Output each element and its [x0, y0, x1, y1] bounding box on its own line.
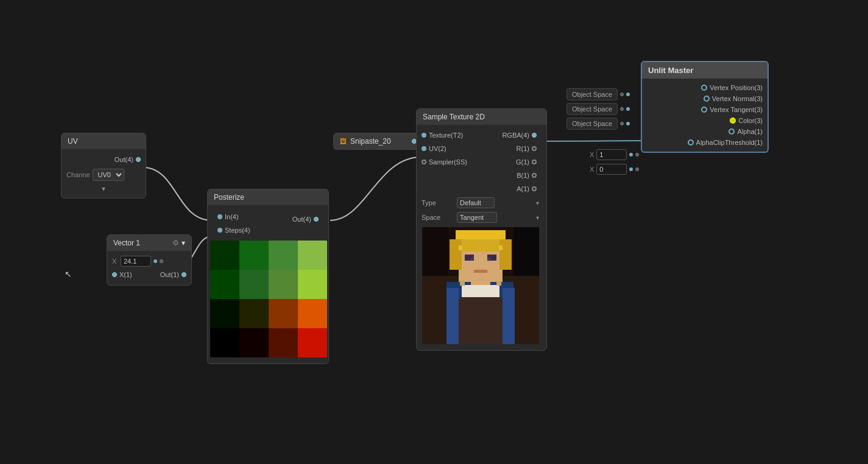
uv-title: UV	[68, 137, 78, 146]
vector1-gear-icon[interactable]: ⚙	[172, 239, 179, 247]
svg-rect-46	[499, 245, 503, 250]
obj-space-1-right-dot[interactable]	[620, 93, 624, 96]
st-b-dot[interactable]	[532, 173, 537, 178]
unlit-master-header: Unlit Master	[642, 62, 767, 79]
unlit-alpha-port[interactable]	[729, 128, 735, 135]
st-texture-dot[interactable]	[422, 133, 426, 138]
obj-space-3-left-dot[interactable]	[626, 122, 630, 125]
st-type-select[interactable]: Default Normal	[457, 197, 495, 208]
snipaste-icon: 🖼	[340, 138, 347, 145]
posterize-in-dot[interactable]	[217, 214, 222, 219]
x1-input[interactable]	[596, 149, 627, 160]
unlit-color-port[interactable]	[730, 118, 736, 124]
unlit-alpha-row: Alpha(1)	[642, 126, 767, 137]
unlit-vertex-tang-port[interactable]	[701, 107, 707, 113]
svg-rect-44	[488, 258, 490, 260]
svg-rect-39	[462, 285, 499, 297]
svg-rect-9	[210, 241, 239, 270]
uv-out-dot[interactable]	[136, 157, 141, 162]
st-r-label: R(1)	[514, 145, 532, 152]
x2-dot2[interactable]	[635, 167, 639, 171]
svg-rect-50	[496, 281, 501, 286]
st-space-select-wrap: Tangent Object World	[457, 212, 542, 223]
vector1-node-header: Vector 1 ⚙ ▾	[107, 235, 191, 251]
st-b-row: B(1)	[495, 169, 542, 182]
vector1-out-label: Out(1)	[158, 271, 182, 278]
svg-rect-18	[239, 299, 269, 328]
x2-dot1[interactable]	[629, 167, 633, 171]
snipaste-title: Snipaste_20	[350, 137, 391, 146]
vector1-ports-row: X(1) Out(1)	[107, 268, 191, 281]
st-b-label: B(1)	[514, 172, 532, 179]
obj-space-2: Object Space	[566, 103, 630, 115]
svg-rect-14	[239, 270, 269, 299]
svg-rect-10	[239, 241, 269, 270]
svg-rect-47	[513, 227, 539, 276]
obj-space-2-left-dot[interactable]	[626, 107, 630, 111]
svg-rect-22	[239, 328, 269, 357]
unlit-vertex-tang-row: Vertex Tangent(3)	[642, 104, 767, 115]
unlit-alphaclip-port[interactable]	[688, 139, 694, 146]
svg-rect-20	[298, 299, 327, 328]
uv-channel-select[interactable]: UV0 UV1	[93, 169, 124, 181]
st-type-row: Type Default Normal	[417, 195, 546, 210]
vector1-x-left-dot[interactable]	[153, 259, 157, 263]
st-space-select[interactable]: Tangent Object World	[457, 212, 497, 223]
svg-rect-34	[456, 230, 506, 239]
x1-dot2[interactable]	[635, 153, 639, 156]
obj-space-1: Object Space	[566, 88, 630, 100]
unlit-vertex-pos-row: Vertex Position(3)	[642, 82, 767, 93]
x2-input[interactable]	[596, 164, 627, 175]
st-space-row: Space Tangent Object World	[417, 210, 546, 225]
obj-space-3-right-dot[interactable]	[620, 122, 624, 125]
unlit-color-label: Color(3)	[738, 117, 763, 124]
uv-expand-btn[interactable]: ▾	[62, 183, 146, 194]
unlit-alphaclip-label: AlphaClipThreshold(1)	[696, 139, 763, 146]
obj-space-1-left-dot[interactable]	[626, 93, 630, 96]
obj-space-3: Object Space	[566, 118, 630, 130]
st-type-select-wrap: Default Normal	[457, 197, 542, 208]
unlit-color-row: Color(3)	[642, 115, 767, 126]
st-a-dot[interactable]	[532, 186, 537, 191]
svg-rect-42	[503, 288, 515, 344]
st-type-label: Type	[422, 199, 452, 206]
x1-dot1[interactable]	[629, 153, 633, 156]
cursor-indicator: ↖	[65, 269, 72, 279]
obj-space-2-label: Object Space	[566, 103, 618, 115]
obj-space-2-right-dot[interactable]	[620, 107, 624, 111]
uv-channel-row: Channe UV0 UV1	[62, 166, 146, 183]
unlit-vertex-norm-port[interactable]	[704, 96, 710, 102]
st-g-dot[interactable]	[532, 160, 537, 164]
x1-label: X	[590, 151, 594, 158]
posterize-out-dot[interactable]	[314, 217, 319, 222]
posterize-steps-row: Steps(4)	[213, 223, 275, 237]
vector1-x-input[interactable]	[121, 256, 151, 267]
st-texture-row: Texture(T2)	[417, 128, 490, 142]
svg-rect-17	[210, 299, 239, 328]
svg-rect-21	[210, 328, 239, 357]
unlit-master-node: Unlit Master Vertex Position(3) Vertex N…	[641, 61, 769, 153]
unlit-alpha-label: Alpha(1)	[737, 128, 763, 135]
posterize-steps-dot[interactable]	[217, 228, 222, 233]
st-r-dot[interactable]	[532, 146, 537, 151]
posterize-title: Posterize	[214, 193, 244, 202]
unlit-vertex-tang-label: Vertex Tangent(3)	[710, 106, 763, 113]
posterize-node: Posterize In(4) Steps(4) Out(4)	[207, 189, 329, 364]
vector1-expand-icon[interactable]: ▾	[182, 239, 185, 247]
vector1-x-mid-dot[interactable]	[160, 259, 163, 263]
st-rgba-dot[interactable]	[532, 133, 537, 138]
vector1-out-dot[interactable]	[182, 272, 186, 277]
svg-rect-49	[460, 281, 465, 286]
st-sampler-dot[interactable]	[422, 160, 426, 164]
vector1-x-port-label: X(1)	[117, 271, 135, 278]
vector1-x-in-dot[interactable]	[112, 272, 117, 277]
st-sampler-label: Sampler(SS)	[426, 158, 470, 166]
st-uv-dot[interactable]	[422, 146, 426, 151]
unlit-vertex-pos-port[interactable]	[701, 85, 707, 91]
unlit-vertex-pos-label: Vertex Position(3)	[710, 84, 763, 91]
posterize-steps-label: Steps(4)	[222, 227, 253, 234]
obj-space-1-label: Object Space	[566, 88, 618, 100]
svg-rect-12	[298, 241, 327, 270]
svg-rect-48	[422, 227, 448, 276]
x2-label: X	[590, 166, 594, 173]
